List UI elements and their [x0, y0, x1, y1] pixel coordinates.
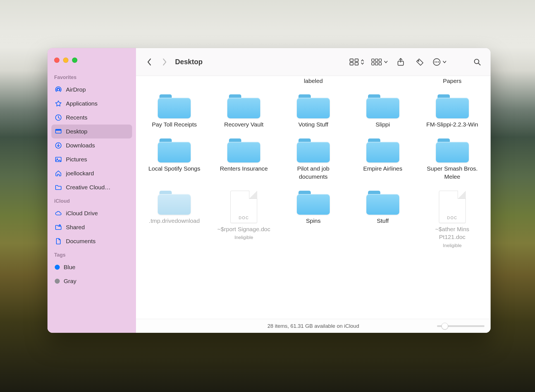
- file-item[interactable]: DOC~$rport Signage.docIneligible: [211, 191, 277, 248]
- folder-item[interactable]: Super Smash Bros. Melee: [419, 138, 486, 181]
- view-mode-button[interactable]: [349, 58, 364, 66]
- folder-icon: [297, 191, 330, 215]
- minimize-window-button[interactable]: [63, 58, 68, 63]
- icon-view-area[interactable]: labeled Papers Pay Toll ReceiptsRecovery…: [136, 76, 491, 319]
- item-subtext: Ineligible: [235, 235, 253, 240]
- updown-chevron-icon: [360, 59, 364, 65]
- sidebar-item-applications[interactable]: Applications: [51, 97, 132, 111]
- folder-item[interactable]: Pay Toll Receipts: [141, 94, 208, 128]
- doc-type-label: DOC: [239, 216, 249, 220]
- item-name: Slippi: [376, 121, 390, 128]
- sidebar-section-label: Favorites: [51, 71, 132, 83]
- sidebar-item-creative-cloud[interactable]: Creative Cloud…: [51, 180, 132, 194]
- sidebar-item-shared[interactable]: Shared: [51, 220, 132, 234]
- folder-item[interactable]: Slippi: [349, 94, 416, 128]
- svg-rect-17: [375, 63, 378, 65]
- main-pane: Desktop: [136, 48, 491, 333]
- item-name: FM-Slippi-2.2.3-Win: [426, 121, 478, 128]
- tags-button[interactable]: [414, 56, 426, 68]
- share-button[interactable]: [395, 56, 407, 68]
- sidebar-item-label: AirDrop: [66, 86, 86, 93]
- toolbar: Desktop: [136, 48, 491, 76]
- sidebar: FavoritesAirDropApplicationsRecentsDeskt…: [47, 48, 136, 333]
- sidebar-item-downloads[interactable]: Downloads: [51, 138, 132, 152]
- sidebar-item-label: Blue: [64, 264, 75, 271]
- finder-window: FavoritesAirDropApplicationsRecentsDeskt…: [47, 48, 491, 333]
- svg-point-24: [438, 61, 439, 63]
- item-name: ~$ather Mins Pt121.doc: [424, 225, 480, 241]
- folder-icon: [297, 94, 330, 118]
- folder-item[interactable]: FM-Slippi-2.2.3-Win: [419, 94, 486, 128]
- overflow-label: [141, 76, 208, 84]
- folder-item[interactable]: Local Spotify Songs: [141, 138, 208, 181]
- sidebar-item-label: Documents: [66, 238, 95, 245]
- folder-item[interactable]: Voting Stuff: [280, 94, 347, 128]
- close-window-button[interactable]: [54, 58, 59, 63]
- sidebar-item-airdrop[interactable]: AirDrop: [51, 83, 132, 97]
- svg-point-23: [436, 61, 437, 63]
- airdrop-icon: [55, 86, 62, 93]
- item-name: Pilot and job documents: [285, 165, 341, 181]
- sidebar-item-joellockard[interactable]: joellockard: [51, 166, 132, 180]
- back-button[interactable]: [143, 56, 156, 68]
- document-icon: DOC: [230, 191, 257, 223]
- sidebar-item-label: Applications: [66, 100, 97, 107]
- desktop-icon: [55, 128, 62, 135]
- zoom-window-button[interactable]: [72, 58, 77, 63]
- folder-item[interactable]: Recovery Vault: [211, 94, 277, 128]
- overflow-label: labeled: [280, 76, 347, 84]
- doc-type-label: DOC: [447, 216, 457, 220]
- sidebar-item-recents[interactable]: Recents: [51, 111, 132, 125]
- folder-icon: [227, 94, 260, 118]
- icon-size-slider[interactable]: [437, 325, 484, 327]
- folder-item[interactable]: Spins: [280, 191, 347, 248]
- sidebar-item-desktop[interactable]: Desktop: [51, 125, 132, 138]
- folder-icon: [158, 94, 191, 118]
- cloud-icon: [55, 210, 62, 217]
- folder-item[interactable]: Empire Airlines: [349, 138, 416, 181]
- sidebar-item-documents[interactable]: Documents: [51, 234, 132, 248]
- group-by-button[interactable]: [371, 58, 388, 66]
- sidebar-section-label: iCloud: [51, 194, 132, 206]
- chevron-down-icon: [443, 60, 446, 64]
- document-icon: DOC: [439, 191, 466, 223]
- status-bar: 28 items, 61.31 GB available on iCloud: [136, 319, 491, 333]
- forward-button[interactable]: [158, 56, 171, 68]
- item-name: Renters Insurance: [220, 165, 268, 173]
- folder-item[interactable]: Stuff: [349, 191, 416, 248]
- search-button[interactable]: [471, 56, 483, 68]
- folder-item[interactable]: Renters Insurance: [211, 138, 277, 181]
- sidebar-item-gray[interactable]: Gray: [51, 274, 132, 288]
- svg-rect-14: [375, 59, 378, 61]
- item-name: Spins: [306, 217, 321, 225]
- downloads-icon: [55, 142, 62, 149]
- ellipsis-circle-icon: [433, 58, 441, 66]
- file-item[interactable]: DOC~$ather Mins Pt121.docIneligible: [419, 191, 486, 248]
- item-name: Recovery Vault: [224, 121, 264, 128]
- sidebar-item-pictures[interactable]: Pictures: [51, 152, 132, 166]
- group-grid-icon: [371, 58, 382, 66]
- chevron-down-icon: [384, 60, 388, 64]
- folder-icon: [55, 184, 62, 191]
- folder-icon: [158, 138, 191, 162]
- item-name: Super Smash Bros. Melee: [424, 165, 480, 181]
- toolbar-right-group: [349, 56, 483, 68]
- sidebar-item-label: Shared: [66, 224, 85, 231]
- item-name: Stuff: [377, 217, 389, 225]
- folder-item[interactable]: Pilot and job documents: [280, 138, 347, 181]
- svg-point-22: [434, 61, 436, 63]
- action-menu-button[interactable]: [433, 58, 446, 66]
- folder-item[interactable]: .tmp.drivedownload: [141, 191, 208, 248]
- svg-rect-13: [372, 59, 374, 61]
- svg-rect-9: [350, 59, 353, 61]
- recents-icon: [55, 114, 62, 121]
- sidebar-item-label: Pictures: [66, 156, 87, 163]
- sidebar-item-icloud-drive[interactable]: iCloud Drive: [51, 206, 132, 220]
- sidebar-item-blue[interactable]: Blue: [51, 260, 132, 274]
- pictures-icon: [55, 156, 62, 163]
- location-title: Desktop: [175, 58, 203, 66]
- svg-rect-12: [355, 63, 358, 65]
- applications-icon: [55, 100, 62, 107]
- sidebar-item-label: Gray: [64, 278, 77, 285]
- sidebar-section-label: Tags: [51, 248, 132, 260]
